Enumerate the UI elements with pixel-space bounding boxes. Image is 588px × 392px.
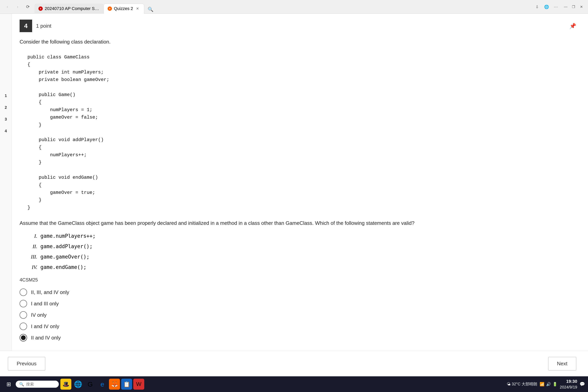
option-A-label: II, III, and IV only: [31, 289, 69, 295]
nav-footer: Previous Next: [0, 351, 588, 376]
taskbar-tray-icons: 📶 🔊 🔋: [540, 382, 558, 386]
reload-button[interactable]: ⟳: [24, 2, 32, 11]
window-controls: — ❐ ✕: [562, 3, 585, 10]
option-B[interactable]: I and III only: [20, 298, 576, 309]
main-layout: 1 2 3 4 4 1 point 📌 Consider the followi…: [0, 14, 588, 351]
google-app-icon[interactable]: G: [85, 379, 96, 390]
statements-list: I. game.numPlayers++; II. game.addPlayer…: [28, 231, 576, 272]
pin-icon[interactable]: 📌: [570, 23, 576, 29]
option-C[interactable]: IV only: [20, 309, 576, 321]
code-IV: game.endGame();: [40, 262, 86, 272]
restore-button[interactable]: ❐: [570, 3, 577, 10]
option-E-label: II and IV only: [31, 335, 61, 341]
statement-IV: IV. game.endGame();: [28, 262, 576, 272]
tray-battery: 🔋: [552, 382, 558, 386]
tab-ap-computer-science[interactable]: ● 20240710 AP Computer Science: [34, 4, 104, 14]
question-id: 4CSM25: [20, 277, 576, 283]
taskbar-right: 🌤 32°C 大部晴朗 📶 🔊 🔋 19:30 2024/9/19 💬: [507, 378, 585, 390]
taskbar-clock[interactable]: 19:30 2024/9/19: [560, 378, 577, 390]
question-number-badge: 4: [20, 20, 32, 32]
taskbar-app-icons: 🎩 🌐 G e 🦊 📋 W: [60, 379, 144, 390]
taskbar-search-icon: 🔍: [19, 382, 24, 386]
app-icon-3[interactable]: W: [133, 379, 144, 390]
sidebar-item-4: 1: [0, 90, 11, 101]
roman-I: I.: [28, 231, 37, 241]
code-block: public class GameClass { private int num…: [20, 50, 576, 216]
clock-date: 2024/9/19: [560, 384, 577, 390]
option-E[interactable]: II and IV only: [20, 332, 576, 344]
option-D[interactable]: I and IV only: [20, 321, 576, 332]
taskbar-search-input[interactable]: [26, 382, 56, 386]
sidebar: 1 2 3 4: [0, 14, 12, 351]
statement-III: III. game.gameOver();: [28, 252, 576, 262]
translate-button[interactable]: 🌐: [542, 3, 550, 11]
tray-volume: 🔊: [546, 382, 551, 386]
close-button[interactable]: ✕: [578, 3, 585, 10]
previous-button[interactable]: Previous: [8, 357, 45, 370]
forward-button[interactable]: ›: [13, 2, 22, 11]
taskbar-weather: 🌤 32°C 大部晴朗: [507, 382, 537, 387]
options-list: II, III, and IV only I and III only IV o…: [20, 286, 576, 344]
roman-II: II.: [28, 242, 37, 252]
pirate-app-icon[interactable]: 🎩: [60, 379, 71, 390]
browser-chrome: ‹ › ⟳ ● 20240710 AP Computer Science ● Q…: [0, 0, 588, 14]
code-III: game.gameOver();: [40, 252, 90, 262]
next-button[interactable]: Next: [548, 357, 576, 370]
back-button[interactable]: ‹: [3, 2, 12, 11]
tabs-bar: ● 20240710 AP Computer Science ● Quizzes…: [34, 0, 531, 14]
code-I: game.numPlayers++;: [40, 231, 96, 241]
content-area: 4 1 point 📌 Consider the following class…: [12, 14, 588, 351]
app-icon-2[interactable]: 📋: [121, 379, 132, 390]
sidebar-item-5: 2: [0, 102, 11, 113]
statement-I: I. game.numPlayers++;: [28, 231, 576, 241]
tab-label-2: Quizzes 2: [114, 6, 133, 11]
radio-E[interactable]: [20, 334, 27, 342]
option-D-label: I and IV only: [31, 324, 60, 330]
tab-close-button[interactable]: ✕: [135, 6, 140, 11]
sidebar-item-6: 3: [0, 114, 11, 125]
sidebar-item-7: 4: [0, 126, 11, 136]
weather-status: 32°C 大部晴朗: [512, 382, 537, 386]
roman-III: III.: [28, 252, 37, 262]
radio-C[interactable]: [20, 311, 27, 319]
browser-actions: ⇩ 🌐 ⋯: [533, 3, 560, 11]
app-icon-1[interactable]: 🦊: [109, 379, 120, 390]
taskbar-search-box[interactable]: 🔍: [16, 381, 59, 388]
chrome-app-icon[interactable]: 🌐: [72, 379, 84, 390]
tray-network: 📶: [540, 382, 544, 386]
tab-quizzes-2[interactable]: ● Quizzes 2 ✕: [104, 4, 144, 14]
roman-IV: IV.: [28, 262, 37, 272]
radio-D[interactable]: [20, 322, 27, 330]
download-button[interactable]: ⇩: [533, 3, 541, 11]
option-A[interactable]: II, III, and IV only: [20, 286, 576, 298]
sidebar-item-1: [0, 16, 11, 27]
code-II: game.addPlayer();: [40, 241, 92, 252]
radio-A[interactable]: [20, 288, 27, 296]
start-button[interactable]: ⊞: [3, 379, 14, 390]
tray-notification[interactable]: 💬: [580, 382, 585, 387]
tab-favicon-1: ●: [38, 6, 43, 11]
tab-label-1: 20240710 AP Computer Science: [45, 6, 100, 11]
option-C-label: IV only: [31, 312, 47, 318]
statement-II: II. game.addPlayer();: [28, 241, 576, 252]
minimize-button[interactable]: —: [562, 3, 569, 10]
edge-app-icon[interactable]: e: [97, 379, 108, 390]
clock-time: 19:30: [560, 378, 577, 384]
question-header: 4 1 point 📌: [20, 20, 576, 32]
sidebar-item-2: [0, 28, 11, 39]
question-intro: Consider the following class declaration…: [20, 38, 576, 46]
weather-icon: 🌤: [507, 382, 510, 386]
tab-search-button[interactable]: 🔍: [146, 5, 155, 14]
taskbar: ⊞ 🔍 🎩 🌐 G e 🦊 📋 W 🌤 32°C 大部晴朗 📶 🔊 🔋 19:3…: [0, 376, 588, 392]
assume-text: Assume that the GameClass object game ha…: [20, 219, 576, 227]
question-points: 1 point: [36, 23, 51, 29]
option-B-label: I and III only: [31, 301, 59, 307]
more-button[interactable]: ⋯: [552, 3, 560, 11]
browser-nav-buttons: ‹ › ⟳: [3, 2, 32, 11]
radio-B[interactable]: [20, 300, 27, 307]
tab-favicon-2: ●: [108, 6, 112, 11]
sidebar-item-3: [0, 40, 11, 50]
